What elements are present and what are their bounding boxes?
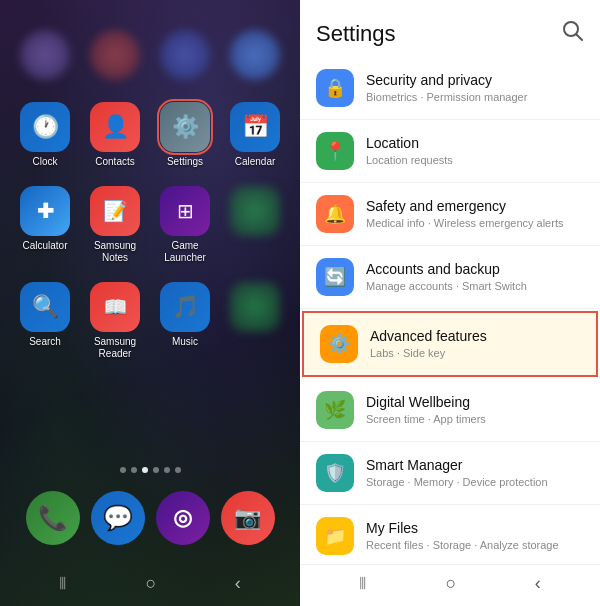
music-label: Music <box>172 336 198 348</box>
settings-item-safety[interactable]: 🔔 Safety and emergency Medical info · Wi… <box>300 183 600 246</box>
app-item-calendar[interactable]: 📅 Calendar <box>223 102 288 168</box>
page-dots <box>0 459 300 481</box>
app-item-blurred-green <box>223 186 288 264</box>
nav-home-icon[interactable]: ○ <box>146 573 157 594</box>
advanced-name: Advanced features <box>370 327 580 345</box>
dock-messages[interactable]: 💬 <box>91 491 145 545</box>
settings-app-icon: ⚙️ <box>160 102 210 152</box>
s-nav-back-icon[interactable]: ‹ <box>535 573 541 594</box>
nav-menu-icon[interactable]: ⦀ <box>59 573 67 594</box>
dock-phone[interactable]: 📞 <box>26 491 80 545</box>
settings-item-accounts[interactable]: 🔄 Accounts and backup Manage accounts · … <box>300 246 600 309</box>
app-item-search[interactable]: 🔍 Search <box>13 282 78 360</box>
wellbeing-desc: Screen time · App timers <box>366 412 584 426</box>
safety-name: Safety and emergency <box>366 197 584 215</box>
smart-manager-name: Smart Manager <box>366 456 584 474</box>
accounts-desc: Manage accounts · Smart Switch <box>366 279 584 293</box>
blurred-icon-1 <box>20 30 70 80</box>
settings-item-my-files[interactable]: 📁 My Files Recent files · Storage · Anal… <box>300 505 600 564</box>
settings-item-security[interactable]: 🔒 Security and privacy Biometrics · Perm… <box>300 57 600 120</box>
settings-app-label: Settings <box>167 156 203 168</box>
settings-item-advanced[interactable]: ⚙️ Advanced features Labs · Side key <box>302 311 598 377</box>
blurred-icon-2 <box>90 30 140 80</box>
location-text: Location Location requests <box>366 134 584 167</box>
accounts-icon-wrap: 🔄 <box>316 258 354 296</box>
samsung-reader-icon: 📖 <box>90 282 140 332</box>
smart-manager-text: Smart Manager Storage · Memory · Device … <box>366 456 584 489</box>
dot-4 <box>153 467 159 473</box>
safety-desc: Medical info · Wireless emergency alerts <box>366 216 584 230</box>
security-desc: Biometrics · Permission manager <box>366 90 584 104</box>
svg-line-1 <box>577 35 583 41</box>
contacts-icon: 👤 <box>90 102 140 152</box>
dot-1 <box>120 467 126 473</box>
location-name: Location <box>366 134 584 152</box>
security-name: Security and privacy <box>366 71 584 89</box>
app-item-calculator[interactable]: ✚ Calculator <box>13 186 78 264</box>
contacts-label: Contacts <box>95 156 134 168</box>
dock-camera[interactable]: 📷 <box>221 491 275 545</box>
app-row-3: 🔍 Search 📖 Samsung Reader 🎵 Music <box>10 282 290 360</box>
settings-search-button[interactable] <box>562 20 584 47</box>
app-row-top <box>10 30 290 84</box>
app-item-blurred-green2 <box>223 282 288 360</box>
location-icon: 📍 <box>324 140 346 162</box>
blurred-green2-icon <box>230 282 280 332</box>
app-item-samsung-notes[interactable]: 📝 Samsung Notes <box>83 186 148 264</box>
dock-bixby[interactable]: ◎ <box>156 491 210 545</box>
accounts-name: Accounts and backup <box>366 260 584 278</box>
my-files-icon: 📁 <box>324 525 346 547</box>
my-files-icon-wrap: 📁 <box>316 517 354 555</box>
settings-panel: Settings 🔒 Security and privacy Biometri… <box>300 0 600 606</box>
wellbeing-icon: 🌿 <box>324 399 346 421</box>
advanced-icon-wrap: ⚙️ <box>320 325 358 363</box>
smart-manager-icon: 🛡️ <box>324 462 346 484</box>
app-item-game-launcher[interactable]: ⊞ Game Launcher <box>153 186 218 264</box>
settings-header: Settings <box>300 0 600 57</box>
app-item-clock[interactable]: 🕐 Clock <box>13 102 78 168</box>
app-item-blurred-2 <box>83 30 148 84</box>
safety-icon-wrap: 🔔 <box>316 195 354 233</box>
location-icon-wrap: 📍 <box>316 132 354 170</box>
app-grid: 🕐 Clock 👤 Contacts ⚙️ Settings 📅 <box>0 0 300 459</box>
nav-back-icon[interactable]: ‹ <box>235 573 241 594</box>
phone-screen: 🕐 Clock 👤 Contacts ⚙️ Settings 📅 <box>0 0 300 606</box>
samsung-notes-icon: 📝 <box>90 186 140 236</box>
samsung-reader-label: Samsung Reader <box>94 336 136 360</box>
calendar-icon: 📅 <box>230 102 280 152</box>
dot-6 <box>175 467 181 473</box>
wellbeing-name: Digital Wellbeing <box>366 393 584 411</box>
app-item-blurred-1 <box>13 30 78 84</box>
samsung-notes-label: Samsung Notes <box>94 240 136 264</box>
security-icon-wrap: 🔒 <box>316 69 354 107</box>
advanced-desc: Labs · Side key <box>370 346 580 360</box>
game-launcher-icon: ⊞ <box>160 186 210 236</box>
music-icon: 🎵 <box>160 282 210 332</box>
app-item-contacts[interactable]: 👤 Contacts <box>83 102 148 168</box>
settings-item-location[interactable]: 📍 Location Location requests <box>300 120 600 183</box>
dot-5 <box>164 467 170 473</box>
dot-2 <box>131 467 137 473</box>
settings-item-smart-manager[interactable]: 🛡️ Smart Manager Storage · Memory · Devi… <box>300 442 600 505</box>
app-item-samsung-reader[interactable]: 📖 Samsung Reader <box>83 282 148 360</box>
settings-item-wellbeing[interactable]: 🌿 Digital Wellbeing Screen time · App ti… <box>300 379 600 442</box>
calculator-icon: ✚ <box>20 186 70 236</box>
search-icon: 🔍 <box>20 282 70 332</box>
blurred-icon-3 <box>160 30 210 80</box>
security-text: Security and privacy Biometrics · Permis… <box>366 71 584 104</box>
settings-list: 🔒 Security and privacy Biometrics · Perm… <box>300 57 600 564</box>
wellbeing-text: Digital Wellbeing Screen time · App time… <box>366 393 584 426</box>
my-files-name: My Files <box>366 519 584 537</box>
app-item-blurred-4 <box>223 30 288 84</box>
s-nav-home-icon[interactable]: ○ <box>446 573 457 594</box>
app-item-settings[interactable]: ⚙️ Settings <box>153 102 218 168</box>
app-row-1: 🕐 Clock 👤 Contacts ⚙️ Settings 📅 <box>10 102 290 168</box>
safety-icon: 🔔 <box>324 203 346 225</box>
s-nav-menu-icon[interactable]: ⦀ <box>359 573 367 594</box>
clock-label: Clock <box>32 156 57 168</box>
search-label: Search <box>29 336 61 348</box>
advanced-icon: ⚙️ <box>328 333 350 355</box>
my-files-desc: Recent files · Storage · Analyze storage <box>366 538 584 552</box>
app-item-music[interactable]: 🎵 Music <box>153 282 218 360</box>
dot-3-active <box>142 467 148 473</box>
